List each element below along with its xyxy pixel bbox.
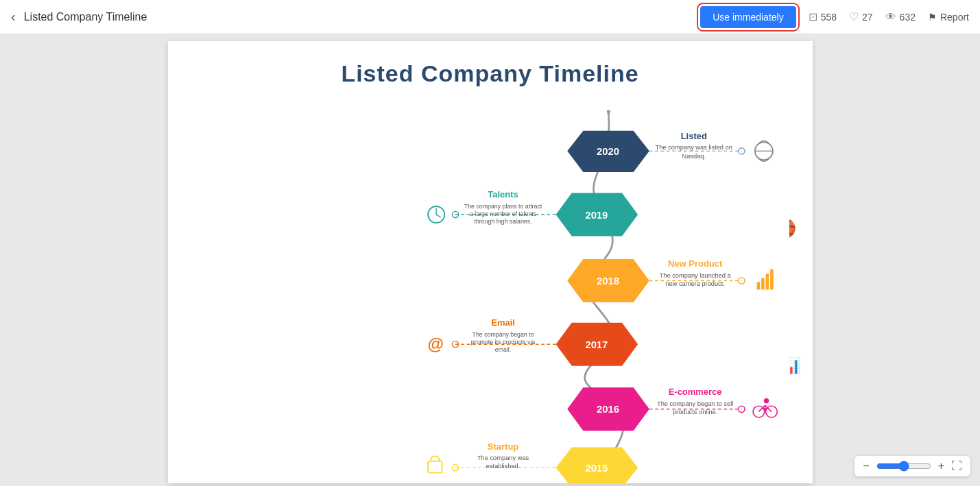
timeline-main-svg: 2020 Listed The company was listed on Na… [168,93,813,483]
main-content: Listed Company Timeline 2020 🏀 Listed Th… [0,34,980,486]
eye-icon: 👁 [885,11,896,23]
header-actions: Use immediately ⊡ 558 ♡ 27 👁 632 ⚑ Repor… [700,6,969,28]
svg-text:promote its products via: promote its products via [470,339,534,345]
views-count: 632 [900,12,916,23]
svg-text:Email: Email [491,317,515,328]
zoom-controls: − + ⛶ [854,456,970,476]
svg-text:@: @ [427,335,444,353]
svg-text:Talents: Talents [488,189,518,199]
svg-text:2020: 2020 [597,146,619,157]
svg-text:a large number of talents: a large number of talents [469,210,536,217]
svg-text:2019: 2019 [585,210,608,221]
svg-text:The company began to: The company began to [472,331,534,338]
flag-icon: ⚑ [928,12,937,23]
svg-rect-59 [756,282,760,289]
copies-icon: ⊡ [809,10,817,23]
svg-text:The company began to sell: The company began to sell [656,400,732,407]
svg-text:2015: 2015 [585,463,608,474]
svg-text:2016: 2016 [597,404,619,415]
slide-title: Listed Company Timeline [168,41,813,87]
report-label: Report [940,12,969,23]
zoom-in-button[interactable]: + [938,460,944,472]
svg-text:products online.: products online. [672,409,717,415]
svg-rect-61 [765,274,769,289]
copies-count: 558 [821,12,837,23]
svg-text:The company plans to attract: The company plans to attract [464,203,542,210]
views-stat: 👁 632 [885,11,916,23]
zoom-out-button[interactable]: − [863,460,869,472]
page-title: Listed Company Timeline [24,11,701,23]
slide-container: Listed Company Timeline 2020 🏀 Listed Th… [168,41,813,483]
fullscreen-button[interactable]: ⛶ [951,460,962,472]
heart-icon: ♡ [849,10,859,23]
svg-text:Listed: Listed [680,131,706,141]
svg-text:Startup: Startup [487,441,518,452]
copies-stat: ⊡ 558 [809,10,837,23]
svg-text:The company was: The company was [477,454,529,461]
svg-text:new camera product.: new camera product. [665,280,725,287]
svg-text:through high salaries.: through high salaries. [474,218,531,225]
svg-rect-62 [770,269,774,290]
use-immediately-button[interactable]: Use immediately [700,6,796,28]
zoom-slider[interactable] [876,461,931,472]
svg-text:2018: 2018 [597,276,619,287]
report-button[interactable]: ⚑ Report [928,12,969,23]
svg-rect-32 [191,93,789,483]
svg-text:email.: email. [494,346,510,353]
svg-text:Nasdaq.: Nasdaq. [682,153,706,160]
svg-rect-60 [761,278,765,290]
likes-count: 27 [862,12,873,23]
likes-stat: ♡ 27 [849,10,873,23]
header: ‹ Listed Company Timeline Use immediatel… [0,0,980,34]
back-button[interactable]: ‹ [11,9,16,25]
svg-text:established.: established. [486,463,519,470]
svg-text:2017: 2017 [585,339,608,350]
svg-text:The company launched a: The company launched a [659,272,731,279]
svg-text:E-commerce: E-commerce [668,387,721,397]
svg-text:New Product: New Product [667,258,722,269]
svg-point-85 [763,398,768,403]
svg-text:The company was listed on: The company was listed on [655,144,732,151]
